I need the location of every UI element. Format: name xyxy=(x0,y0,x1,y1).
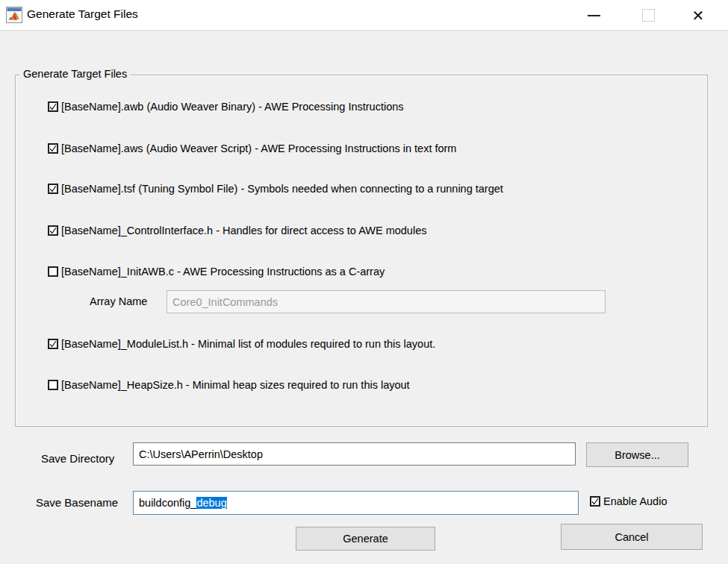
checkbox-row-initawb: [BaseName]_InitAWB.c - AWE Processing In… xyxy=(48,264,385,279)
checkbox-label-modulelist: [BaseName]_ModuleList.h - Minimal list o… xyxy=(61,338,435,350)
enable-audio-checkbox[interactable] xyxy=(590,496,600,507)
maximize-icon xyxy=(642,9,655,22)
checkmark-icon xyxy=(49,226,57,236)
enable-audio-label: Enable Audio xyxy=(603,495,667,507)
save-basename-label: Save Basename xyxy=(36,496,118,509)
checkbox-row-controlinterface: [BaseName]_ControlInterface.h - Handles … xyxy=(48,223,426,238)
enable-audio-row: Enable Audio xyxy=(590,494,667,509)
save-directory-value: C:\Users\APerrin\Desktop xyxy=(139,448,263,460)
browse-button-label: Browse... xyxy=(615,449,659,461)
checkmark-icon xyxy=(49,144,57,154)
checkbox-label-controlinterface: [BaseName]_ControlInterface.h - Handles … xyxy=(61,225,426,236)
matlab-app-icon xyxy=(6,7,22,23)
maximize-button[interactable] xyxy=(631,0,665,31)
checkbox-aws[interactable] xyxy=(48,143,58,154)
checkbox-tsf[interactable] xyxy=(48,184,58,194)
close-icon: ✕ xyxy=(692,8,705,23)
checkbox-heapsize[interactable] xyxy=(48,380,58,390)
checkbox-modulelist[interactable] xyxy=(48,339,58,349)
array-name-label: Array Name xyxy=(90,295,147,307)
groupbox-legend: Generate Target Files xyxy=(19,68,131,80)
checkbox-initawb[interactable] xyxy=(48,266,58,277)
checkbox-label-aws: [BaseName].aws (Audio Weaver Script) - A… xyxy=(61,142,456,154)
minimize-icon xyxy=(588,15,600,16)
checkbox-label-awb: [BaseName].awb (Audio Weaver Binary) - A… xyxy=(61,101,404,113)
save-basename-value: buildconfig_ xyxy=(139,497,196,509)
array-name-value: Core0_InitCommands xyxy=(172,296,278,308)
cancel-button[interactable]: Cancel xyxy=(561,524,703,550)
checkmark-icon xyxy=(49,339,57,349)
checkbox-awb[interactable] xyxy=(48,101,58,112)
save-directory-input[interactable]: C:\Users\APerrin\Desktop xyxy=(133,442,576,466)
checkbox-label-tsf: [BaseName].tsf (Tuning Symbol File) - Sy… xyxy=(61,183,503,195)
generate-target-files-groupbox: Generate Target Files xyxy=(15,75,708,427)
checkbox-row-tsf: [BaseName].tsf (Tuning Symbol File) - Sy… xyxy=(48,181,503,196)
array-name-field: Core0_InitCommands xyxy=(167,290,606,313)
generate-button-label: Generate xyxy=(343,533,388,545)
title-bar: Generate Target Files ✕ xyxy=(0,0,728,31)
checkbox-row-heapsize: [BaseName]_HeapSize.h - Minimal heap siz… xyxy=(48,377,410,392)
checkmark-icon xyxy=(49,184,57,194)
save-directory-label: Save Directory xyxy=(41,452,114,465)
checkmark-icon xyxy=(49,102,57,112)
minimize-button[interactable] xyxy=(576,0,611,31)
save-basename-input[interactable]: buildconfig_debug xyxy=(133,491,579,515)
close-button[interactable]: ✕ xyxy=(681,0,715,31)
checkbox-controlinterface[interactable] xyxy=(48,225,58,236)
checkbox-label-initawb: [BaseName]_InitAWB.c - AWE Processing In… xyxy=(61,266,385,278)
checkbox-row-modulelist: [BaseName]_ModuleList.h - Minimal list o… xyxy=(48,336,435,351)
browse-button[interactable]: Browse... xyxy=(586,442,688,467)
checkbox-row-aws: [BaseName].aws (Audio Weaver Script) - A… xyxy=(48,141,456,156)
window-title: Generate Target Files xyxy=(27,7,138,21)
generate-button[interactable]: Generate xyxy=(296,527,435,551)
checkmark-icon xyxy=(591,497,599,507)
checkbox-row-awb: [BaseName].awb (Audio Weaver Binary) - A… xyxy=(48,99,404,114)
cancel-button-label: Cancel xyxy=(615,531,648,543)
checkbox-label-heapsize: [BaseName]_HeapSize.h - Minimal heap siz… xyxy=(61,379,410,391)
save-basename-selected-text: debug xyxy=(196,497,226,509)
